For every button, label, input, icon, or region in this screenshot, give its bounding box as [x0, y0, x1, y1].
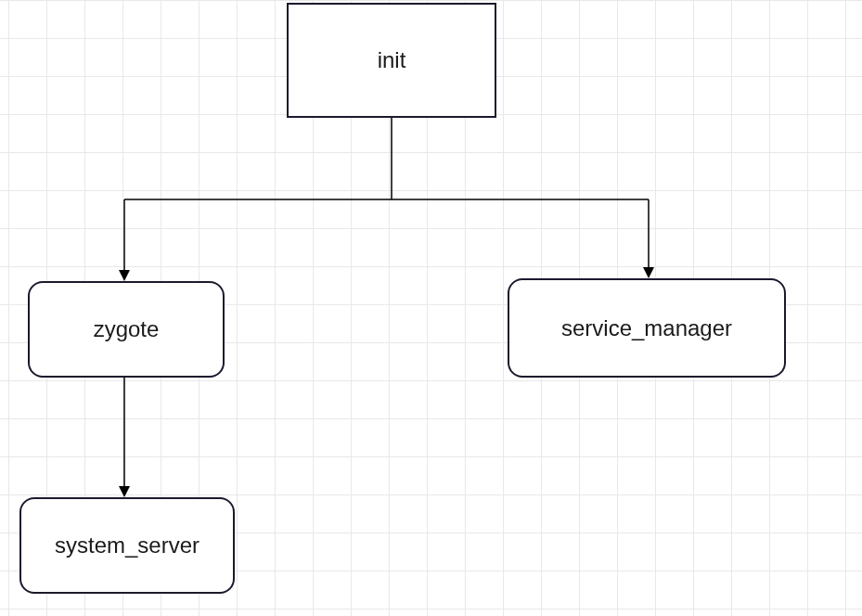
node-zygote: zygote	[28, 281, 225, 378]
node-init-label: init	[378, 47, 406, 73]
node-service-manager: service_manager	[508, 278, 786, 378]
node-init: init	[287, 3, 496, 118]
node-system-server: system_server	[19, 497, 235, 594]
node-system-server-label: system_server	[55, 533, 199, 558]
node-zygote-label: zygote	[94, 316, 160, 342]
node-service-manager-label: service_manager	[561, 315, 732, 341]
